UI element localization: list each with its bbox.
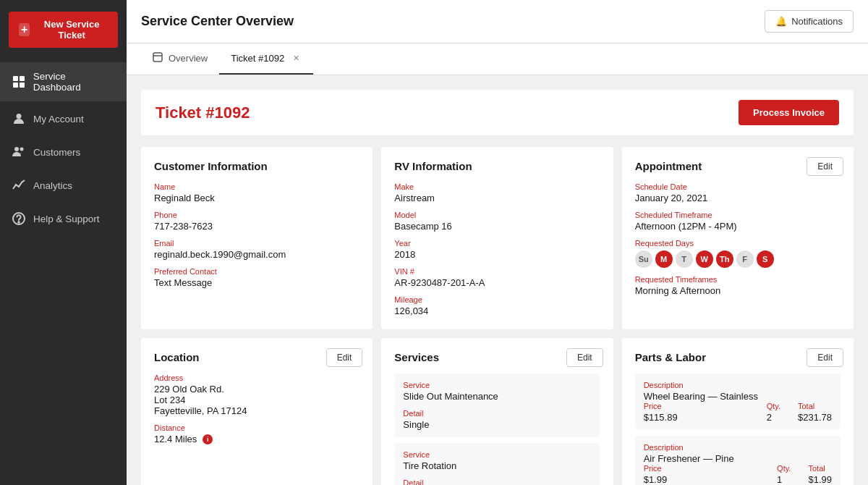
parts-description-label: Description [644,443,832,452]
sidebar-item-my-account[interactable]: My Account [0,103,127,135]
page-title: Service Center Overview [141,14,294,29]
customer-email-value: reginald.beck.1990@gmail.com [154,249,359,260]
location-distance-row: 12.4 Miles i [154,434,359,444]
parts-row: Price $1.99 Qty. 1 Total $1.99 [644,464,832,485]
appointment-timeframe-label: Scheduled Timeframe [635,211,841,219]
detail-label: Detail [403,478,591,485]
location-card: Location Edit Address 229 Old Oak Rd. Lo… [141,338,373,485]
parts-price-label: Price [644,402,678,410]
svg-rect-2 [13,83,18,88]
close-tab-icon[interactable]: ✕ [290,53,302,64]
grid-icon [12,75,26,89]
notifications-button[interactable]: 🔔 Notifications [765,10,854,33]
service-value: Tire Rotation [403,460,591,471]
day-badge-t: T [676,250,693,268]
overview-icon [153,52,163,64]
day-badge-su: Su [635,250,652,268]
rv-model-label: Model [394,211,600,219]
info-cards-grid: Customer Information Name Reginald Beck … [141,147,854,485]
location-address-line1: 229 Old Oak Rd. [154,384,359,395]
parts-price-value: $115.89 [644,412,678,423]
appointment-requested-days-label: Requested Days [635,239,841,248]
sidebar-item-customers[interactable]: Customers [0,136,127,168]
parts-item-1: Description Air Freshener — Pine Price $… [635,436,841,485]
svg-point-4 [17,114,22,119]
parts-price-value: $1.99 [644,474,668,485]
customer-email-label: Email [154,239,359,248]
rv-mileage-value: 126,034 [394,305,600,316]
sidebar-item-help-support[interactable]: Help & Support [0,203,127,235]
appointment-card: Appointment Edit Schedule Date January 2… [622,147,854,329]
new-service-ticket-button[interactable]: + New Service Ticket [9,12,118,48]
tab-ticket-1092[interactable]: Ticket #1092 ✕ [219,44,313,75]
location-address-line2: Lot 234 [154,395,359,405]
customer-phone-label: Phone [154,211,359,219]
services-edit-button[interactable]: Edit [566,348,603,367]
sidebar: + New Service Ticket Service Dashboard M… [0,0,127,485]
location-address-line3: Fayetteville, PA 17124 [154,405,359,416]
location-address-label: Address [154,374,359,382]
parts-qty-value: 1 [777,474,791,485]
appointment-requested-timeframes-label: Requested Timeframes [635,275,841,284]
day-badge-f: F [736,250,754,268]
ticket-title: Ticket #1092 [156,104,250,122]
parts-description-value: Air Freshener — Pine [644,453,832,464]
ticket-header: Ticket #1092 Process Invoice [141,90,854,135]
day-badge-m: M [655,250,673,268]
sidebar-item-analytics[interactable]: Analytics [0,169,127,201]
appointment-schedule-date-label: Schedule Date [635,182,841,191]
parts-total-label: Total [808,464,832,473]
parts-price-label: Price [644,464,668,473]
rv-info-card: RV Information Make Airstream Model Base… [381,147,613,329]
detail-value: Single [403,419,591,430]
location-edit-button[interactable]: Edit [326,348,363,367]
parts-labor-card: Parts & Labor Edit Description Wheel Bea… [622,338,854,485]
rv-make-value: Airstream [394,193,600,203]
service-label: Service [403,381,591,389]
header: Service Center Overview 🔔 Notifications [127,0,868,43]
tabs-bar: Overview Ticket #1092 ✕ [127,43,868,75]
location-distance-label: Distance [154,423,359,432]
appointment-schedule-date-value: January 20, 2021 [635,193,841,203]
people-icon [12,145,26,159]
main-content: Service Center Overview 🔔 Notifications … [127,0,868,485]
process-invoice-button[interactable]: Process Invoice [739,100,839,125]
parts-total-value: $231.78 [798,412,832,423]
svg-point-8 [18,222,20,223]
parts-total-value: $1.99 [808,474,832,485]
parts-row: Price $115.89 Qty. 2 Total $231.78 [644,402,832,423]
customer-name-label: Name [154,182,359,191]
services-card: Services Edit Service Slide Out Maintena… [381,338,613,485]
svg-rect-9 [153,53,162,62]
appointment-days-row: SuMTWThFS [635,250,841,268]
service-item-1: Service Tire Rotation Detail Front [394,443,600,485]
plus-icon: + [19,23,30,36]
svg-rect-1 [20,76,25,81]
parts-list: Description Wheel Bearing — Stainless Pr… [635,374,841,485]
sidebar-item-service-dashboard[interactable]: Service Dashboard [0,62,127,101]
day-badge-s: S [757,250,774,268]
location-distance-value: 12.4 Miles [154,434,197,444]
parts-qty-label: Qty. [767,402,780,410]
rv-make-label: Make [394,182,600,191]
customer-name-value: Reginald Beck [154,193,359,203]
chart-icon [12,178,26,193]
service-item-0: Service Slide Out Maintenance Detail Sin… [394,374,600,437]
tab-overview[interactable]: Overview [141,43,219,75]
svg-rect-3 [20,83,25,88]
rv-mileage-label: Mileage [394,295,600,304]
rv-model-value: Basecamp 16 [394,221,600,232]
parts-labor-edit-button[interactable]: Edit [807,348,843,367]
appointment-requested-timeframes-value: Morning & Afternoon [635,285,841,296]
appointment-edit-button[interactable]: Edit [807,157,843,176]
service-label: Service [403,450,591,459]
customer-preferred-contact-label: Preferred Contact [154,267,359,276]
service-value: Slide Out Maintenance [403,391,591,402]
svg-point-5 [14,147,19,151]
parts-qty-value: 2 [767,412,780,423]
parts-qty-label: Qty. [777,464,791,473]
services-list: Service Slide Out Maintenance Detail Sin… [394,374,600,485]
rv-vin-label: VIN # [394,267,600,276]
sidebar-nav: Service Dashboard My Account Customers [0,59,127,237]
info-icon: i [203,434,213,444]
